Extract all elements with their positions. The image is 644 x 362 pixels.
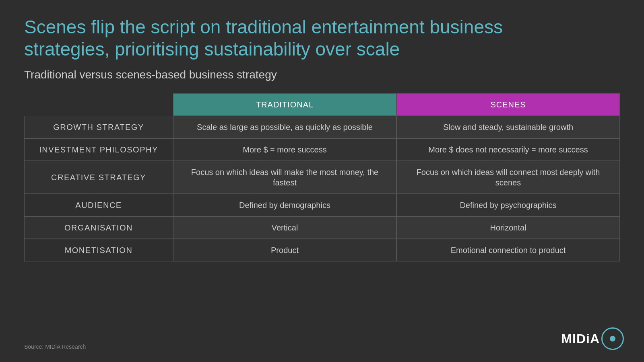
source-text: Source: MIDiA Research — [24, 343, 620, 350]
scenes-cell: Emotional connection to product — [396, 239, 620, 261]
scenes-cell: Focus on which ideas will connect most d… — [396, 161, 620, 194]
label-cell: AUDIENCE — [24, 194, 173, 216]
traditional-cell: Focus on which ideas will make the most … — [173, 161, 396, 194]
label-cell: GROWTH STRATEGY — [24, 116, 173, 138]
label-cell: ORGANISATION — [24, 216, 173, 239]
table-row: GROWTH STRATEGYScale as large as possibl… — [24, 116, 620, 138]
traditional-cell: Vertical — [173, 216, 396, 239]
header-label-cell — [24, 93, 173, 116]
table-wrapper: TRADITIONAL SCENES GROWTH STRATEGYScale … — [24, 93, 620, 339]
header-traditional: TRADITIONAL — [173, 93, 396, 116]
slide-container: Scenes flip the script on traditional en… — [0, 0, 644, 362]
midia-logo-dot — [610, 336, 615, 341]
midia-logo: MIDiA — [561, 327, 624, 350]
midia-logo-circle — [601, 327, 624, 350]
header-scenes: SCENES — [396, 93, 620, 116]
table-row: ORGANISATIONVerticalHorizontal — [24, 216, 620, 239]
table-row: AUDIENCEDefined by demographicsDefined b… — [24, 194, 620, 216]
label-cell: CREATIVE STRATEGY — [24, 161, 173, 194]
label-cell: INVESTMENT PHILOSOPHY — [24, 138, 173, 161]
traditional-cell: More $ = more success — [173, 138, 396, 161]
scenes-cell: Horizontal — [396, 216, 620, 239]
traditional-cell: Scale as large as possible, as quickly a… — [173, 116, 396, 138]
main-title: Scenes flip the script on traditional en… — [24, 16, 547, 60]
scenes-cell: Slow and steady, sustainable growth — [396, 116, 620, 138]
scenes-cell: More $ does not necessarily = more succe… — [396, 138, 620, 161]
subtitle: Traditional versus scenes-based business… — [24, 68, 620, 81]
table-row: INVESTMENT PHILOSOPHYMore $ = more succe… — [24, 138, 620, 161]
table-row: CREATIVE STRATEGYFocus on which ideas wi… — [24, 161, 620, 194]
traditional-cell: Product — [173, 239, 396, 261]
table-row: MONETISATIONProductEmotional connection … — [24, 239, 620, 261]
label-cell: MONETISATION — [24, 239, 173, 261]
traditional-cell: Defined by demographics — [173, 194, 396, 216]
scenes-cell: Defined by psychographics — [396, 194, 620, 216]
header-row: TRADITIONAL SCENES — [24, 93, 620, 116]
comparison-table: TRADITIONAL SCENES GROWTH STRATEGYScale … — [24, 93, 620, 261]
midia-logo-text: MIDiA — [561, 331, 600, 346]
